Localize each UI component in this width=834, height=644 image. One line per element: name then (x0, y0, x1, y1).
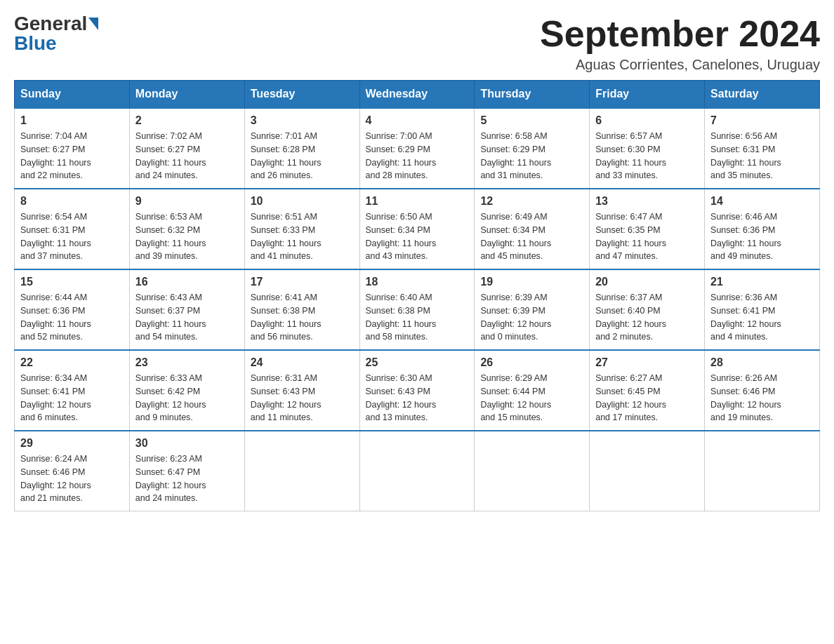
day-number: 30 (135, 437, 239, 450)
week-row-4: 22Sunrise: 6:34 AM Sunset: 6:41 PM Dayli… (15, 350, 820, 431)
day-number: 19 (480, 276, 583, 288)
day-info: Sunrise: 6:46 AM Sunset: 6:36 PM Dayligh… (710, 210, 814, 263)
calendar-cell: 22Sunrise: 6:34 AM Sunset: 6:41 PM Dayli… (15, 350, 130, 431)
day-info: Sunrise: 6:33 AM Sunset: 6:42 PM Dayligh… (135, 372, 239, 424)
logo: General Blue (14, 14, 98, 53)
day-info: Sunrise: 6:56 AM Sunset: 6:31 PM Dayligh… (710, 130, 814, 182)
day-number: 4 (366, 114, 469, 127)
calendar-cell: 5Sunrise: 6:58 AM Sunset: 6:29 PM Daylig… (475, 108, 590, 189)
day-number: 21 (710, 276, 814, 288)
calendar-cell: 3Sunrise: 7:01 AM Sunset: 6:28 PM Daylig… (244, 108, 359, 189)
day-number: 24 (251, 356, 354, 369)
day-number: 28 (710, 356, 814, 369)
day-info: Sunrise: 6:50 AM Sunset: 6:34 PM Dayligh… (366, 210, 469, 263)
calendar-cell: 10Sunrise: 6:51 AM Sunset: 6:33 PM Dayli… (244, 189, 359, 269)
day-number: 20 (595, 276, 699, 288)
day-info: Sunrise: 7:01 AM Sunset: 6:28 PM Dayligh… (251, 130, 354, 182)
calendar-cell: 19Sunrise: 6:39 AM Sunset: 6:39 PM Dayli… (475, 269, 590, 350)
day-info: Sunrise: 6:23 AM Sunset: 6:47 PM Dayligh… (135, 452, 239, 505)
week-row-3: 15Sunrise: 6:44 AM Sunset: 6:36 PM Dayli… (15, 269, 820, 350)
title-block: September 2024 Aguas Corrientes, Canelon… (540, 14, 820, 73)
header-cell-sunday: Sunday (15, 81, 130, 109)
header-cell-saturday: Saturday (705, 81, 820, 109)
day-info: Sunrise: 6:40 AM Sunset: 6:38 PM Dayligh… (366, 291, 469, 344)
header-cell-tuesday: Tuesday (244, 81, 359, 109)
calendar-cell: 20Sunrise: 6:37 AM Sunset: 6:40 PM Dayli… (590, 269, 705, 350)
day-number: 5 (480, 114, 583, 127)
day-info: Sunrise: 6:43 AM Sunset: 6:37 PM Dayligh… (135, 291, 239, 344)
calendar-table: SundayMondayTuesdayWednesdayThursdayFrid… (14, 80, 820, 511)
day-info: Sunrise: 6:24 AM Sunset: 6:46 PM Dayligh… (20, 452, 124, 505)
header-cell-wednesday: Wednesday (359, 81, 475, 109)
day-info: Sunrise: 6:31 AM Sunset: 6:43 PM Dayligh… (251, 372, 354, 424)
calendar-cell: 18Sunrise: 6:40 AM Sunset: 6:38 PM Dayli… (359, 269, 475, 350)
calendar-cell: 25Sunrise: 6:30 AM Sunset: 6:43 PM Dayli… (359, 350, 475, 431)
day-number: 6 (595, 114, 699, 127)
day-info: Sunrise: 6:41 AM Sunset: 6:38 PM Dayligh… (251, 291, 354, 344)
calendar-cell: 14Sunrise: 6:46 AM Sunset: 6:36 PM Dayli… (705, 189, 820, 269)
day-number: 9 (135, 195, 239, 208)
day-number: 23 (135, 356, 239, 369)
week-row-1: 1Sunrise: 7:04 AM Sunset: 6:27 PM Daylig… (15, 108, 820, 189)
calendar-body: 1Sunrise: 7:04 AM Sunset: 6:27 PM Daylig… (15, 108, 820, 511)
day-info: Sunrise: 6:51 AM Sunset: 6:33 PM Dayligh… (251, 210, 354, 263)
day-number: 11 (366, 195, 469, 208)
day-number: 16 (135, 276, 239, 288)
day-info: Sunrise: 7:02 AM Sunset: 6:27 PM Dayligh… (135, 130, 239, 182)
day-info: Sunrise: 6:58 AM Sunset: 6:29 PM Dayligh… (480, 130, 583, 182)
calendar-cell (244, 431, 359, 511)
day-number: 8 (20, 195, 124, 208)
day-info: Sunrise: 6:34 AM Sunset: 6:41 PM Dayligh… (20, 372, 124, 424)
calendar-cell: 4Sunrise: 7:00 AM Sunset: 6:29 PM Daylig… (359, 108, 475, 189)
location-text: Aguas Corrientes, Canelones, Uruguay (540, 57, 820, 73)
day-number: 27 (595, 356, 699, 369)
calendar-cell (590, 431, 705, 511)
day-info: Sunrise: 6:39 AM Sunset: 6:39 PM Dayligh… (480, 291, 583, 344)
calendar-cell: 28Sunrise: 6:26 AM Sunset: 6:46 PM Dayli… (705, 350, 820, 431)
day-info: Sunrise: 6:47 AM Sunset: 6:35 PM Dayligh… (595, 210, 699, 263)
day-number: 14 (710, 195, 814, 208)
calendar-cell: 24Sunrise: 6:31 AM Sunset: 6:43 PM Dayli… (244, 350, 359, 431)
day-number: 17 (251, 276, 354, 288)
day-info: Sunrise: 6:37 AM Sunset: 6:40 PM Dayligh… (595, 291, 699, 344)
day-number: 3 (251, 114, 354, 127)
day-info: Sunrise: 6:27 AM Sunset: 6:45 PM Dayligh… (595, 372, 699, 424)
day-info: Sunrise: 6:44 AM Sunset: 6:36 PM Dayligh… (20, 291, 124, 344)
day-info: Sunrise: 6:36 AM Sunset: 6:41 PM Dayligh… (710, 291, 814, 344)
calendar-cell: 8Sunrise: 6:54 AM Sunset: 6:31 PM Daylig… (15, 189, 130, 269)
day-info: Sunrise: 6:57 AM Sunset: 6:30 PM Dayligh… (595, 130, 699, 182)
calendar-cell: 27Sunrise: 6:27 AM Sunset: 6:45 PM Dayli… (590, 350, 705, 431)
day-info: Sunrise: 6:54 AM Sunset: 6:31 PM Dayligh… (20, 210, 124, 263)
day-info: Sunrise: 6:29 AM Sunset: 6:44 PM Dayligh… (480, 372, 583, 424)
calendar-cell: 16Sunrise: 6:43 AM Sunset: 6:37 PM Dayli… (129, 269, 244, 350)
calendar-cell: 9Sunrise: 6:53 AM Sunset: 6:32 PM Daylig… (129, 189, 244, 269)
calendar-cell: 17Sunrise: 6:41 AM Sunset: 6:38 PM Dayli… (244, 269, 359, 350)
calendar-cell (475, 431, 590, 511)
day-number: 1 (20, 114, 124, 127)
calendar-cell: 29Sunrise: 6:24 AM Sunset: 6:46 PM Dayli… (15, 431, 130, 511)
calendar-cell: 21Sunrise: 6:36 AM Sunset: 6:41 PM Dayli… (705, 269, 820, 350)
calendar-cell (359, 431, 475, 511)
day-info: Sunrise: 6:30 AM Sunset: 6:43 PM Dayligh… (366, 372, 469, 424)
header-cell-monday: Monday (129, 81, 244, 109)
day-number: 22 (20, 356, 124, 369)
day-info: Sunrise: 7:00 AM Sunset: 6:29 PM Dayligh… (366, 130, 469, 182)
day-number: 12 (480, 195, 583, 208)
day-number: 18 (366, 276, 469, 288)
calendar-cell: 23Sunrise: 6:33 AM Sunset: 6:42 PM Dayli… (129, 350, 244, 431)
calendar-cell: 11Sunrise: 6:50 AM Sunset: 6:34 PM Dayli… (359, 189, 475, 269)
day-number: 13 (595, 195, 699, 208)
calendar-cell: 30Sunrise: 6:23 AM Sunset: 6:47 PM Dayli… (129, 431, 244, 511)
calendar-cell: 13Sunrise: 6:47 AM Sunset: 6:35 PM Dayli… (590, 189, 705, 269)
header-row: SundayMondayTuesdayWednesdayThursdayFrid… (15, 81, 820, 109)
week-row-5: 29Sunrise: 6:24 AM Sunset: 6:46 PM Dayli… (15, 431, 820, 511)
logo-arrow-icon (88, 18, 98, 30)
calendar-cell: 12Sunrise: 6:49 AM Sunset: 6:34 PM Dayli… (475, 189, 590, 269)
day-info: Sunrise: 7:04 AM Sunset: 6:27 PM Dayligh… (20, 130, 124, 182)
day-number: 10 (251, 195, 354, 208)
week-row-2: 8Sunrise: 6:54 AM Sunset: 6:31 PM Daylig… (15, 189, 820, 269)
page-header: General Blue September 2024 Aguas Corrie… (14, 14, 820, 73)
day-number: 15 (20, 276, 124, 288)
day-number: 2 (135, 114, 239, 127)
calendar-cell: 15Sunrise: 6:44 AM Sunset: 6:36 PM Dayli… (15, 269, 130, 350)
